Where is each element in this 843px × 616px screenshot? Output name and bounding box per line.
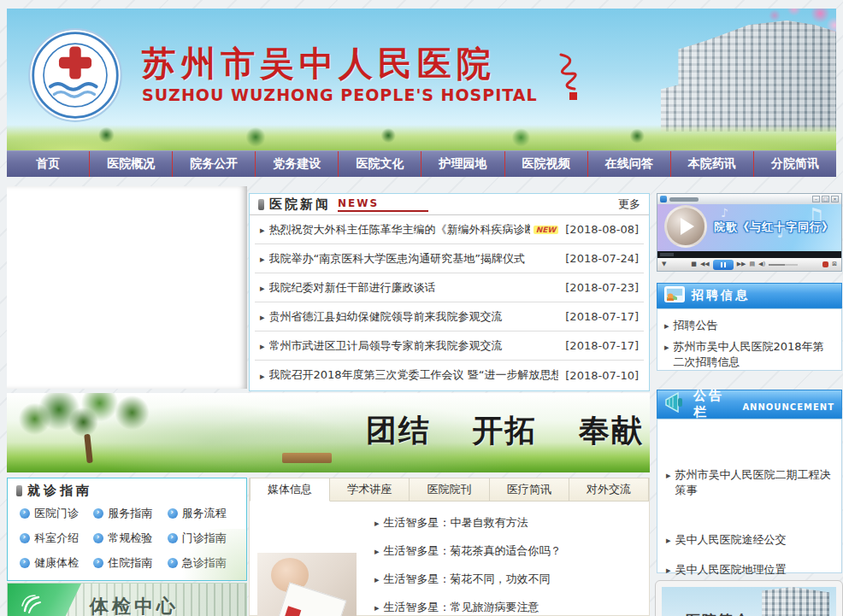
news-item[interactable]: 贵州省德江县妇幼保健院领导前来我院参观交流 [2018-07-17] bbox=[255, 302, 644, 331]
section-bullet-icon bbox=[16, 485, 22, 496]
tab-bar: 媒体信息 学术讲座 医院院刊 医疗简讯 对外交流 bbox=[250, 478, 649, 502]
article-link[interactable]: 生活智多星：菊花茶真的适合你吗？ bbox=[374, 537, 640, 565]
nav-item-culture[interactable]: 医院文化 bbox=[339, 151, 422, 177]
player-seekbar[interactable] bbox=[657, 251, 841, 258]
guide-link-service-flow[interactable]: 服务流程 bbox=[168, 506, 241, 521]
volume-icon[interactable]: ◀) bbox=[758, 261, 765, 267]
tab-academic-lectures[interactable]: 学术讲座 bbox=[330, 478, 410, 502]
record-icon[interactable] bbox=[822, 261, 828, 267]
nav-item-nursing[interactable]: 护理园地 bbox=[422, 151, 504, 177]
tab-content: 生活智多星：中暑自救有方法 生活智多星：菊花茶真的适合你吗？ 生活智多星：菊花不… bbox=[250, 502, 649, 616]
circle-arrow-icon bbox=[20, 508, 30, 519]
announcement-link[interactable]: 苏州市吴中人民医院二期工程决策事 bbox=[666, 467, 834, 498]
guide-link-health-checkup[interactable]: 健康体检 bbox=[20, 555, 93, 571]
news-item[interactable]: 常州市武进区卫计局领导专家前来我院参观交流 [2018-07-17] bbox=[255, 331, 644, 361]
slogan-text: 团结 开拓 奉献 bbox=[366, 410, 644, 452]
player-logo-icon bbox=[660, 196, 667, 202]
recruit-link[interactable]: 苏州市吴中人民医院2018年第二次招聘信息 bbox=[664, 339, 834, 370]
article-link[interactable]: 生活智多星：菊花不同，功效不同 bbox=[374, 565, 640, 593]
guide-link-inpatient-guide[interactable]: 住院指南 bbox=[93, 555, 167, 571]
player-minimize-button[interactable]: – bbox=[812, 196, 820, 202]
player-controls: ▼ ■ ◀◀ ▶▶ ▤ ◀) ⊠ bbox=[657, 258, 841, 271]
nav-item-pharmacy[interactable]: 本院药讯 bbox=[671, 151, 754, 177]
nav-item-party-building[interactable]: 党务建设 bbox=[256, 151, 339, 177]
nav-item-overview[interactable]: 医院概况 bbox=[90, 151, 173, 177]
arrow-icon bbox=[374, 601, 384, 613]
nav-item-branch[interactable]: 分院简讯 bbox=[754, 151, 836, 177]
tab-hospital-journal[interactable]: 医院院刊 bbox=[410, 478, 489, 502]
tab-external-exchange[interactable]: 对外交流 bbox=[569, 478, 649, 502]
news-more-link[interactable]: 更多 bbox=[618, 197, 640, 212]
news-date: [2018-08-08] bbox=[558, 223, 639, 236]
player-maximize-button[interactable]: □ bbox=[822, 196, 829, 202]
announcement-box: 苏州市吴中人民医院二期工程决策事 吴中人民医院途经公交 吴中人民医院地理位置 bbox=[657, 419, 842, 573]
next-icon[interactable]: ▶▶ bbox=[737, 261, 746, 267]
news-section-subtitle: NEWS bbox=[338, 197, 428, 212]
announcement-link[interactable]: 吴中人民医院途经公交 bbox=[666, 532, 834, 549]
circle-arrow-icon bbox=[93, 558, 103, 568]
tree-decoration bbox=[10, 393, 173, 444]
guide-link-outpatient-guide[interactable]: 门诊指南 bbox=[168, 531, 241, 546]
arrow-icon bbox=[260, 310, 269, 323]
article-link[interactable]: 生活智多星：常见旅游病要注意 bbox=[374, 593, 640, 616]
fullscreen-icon[interactable]: ⊠ bbox=[832, 261, 837, 267]
site-header: 苏州市吴中人民医院 SUZHOU WUZHONG PEOPLE'S HOSPIT… bbox=[7, 9, 836, 150]
announcement-link[interactable]: 吴中人民医院地理位置 bbox=[666, 562, 834, 578]
checkup-title: 体检中心 bbox=[90, 594, 179, 616]
news-item[interactable]: 我院召开2018年度第三次党委工作会议 暨“进一步解放思想 [2018-07-1… bbox=[255, 361, 644, 390]
arrow-icon bbox=[666, 467, 675, 498]
arrow-icon bbox=[666, 532, 675, 549]
song-title: 院歌《与红十字同行》 bbox=[714, 220, 834, 235]
guide-link-service-guide[interactable]: 服务指南 bbox=[93, 506, 167, 521]
pause-button[interactable] bbox=[713, 260, 734, 270]
guide-link-routine-tests[interactable]: 常规检验 bbox=[93, 531, 167, 546]
options-icon[interactable]: ▼ bbox=[662, 261, 666, 267]
nav-item-open-affairs[interactable]: 院务公开 bbox=[173, 151, 256, 177]
bench-decoration bbox=[282, 453, 332, 463]
recruit-icon bbox=[664, 286, 685, 305]
news-item[interactable]: 我院举办“南京医科大学医患沟通研究基地”揭牌仪式 [2018-07-24] bbox=[255, 244, 644, 273]
news-date: [2018-07-24] bbox=[558, 252, 639, 265]
arrow-icon bbox=[374, 572, 384, 585]
arrow-icon bbox=[666, 562, 675, 578]
recruit-link[interactable]: 招聘公告 bbox=[664, 318, 834, 334]
slogan-banner: 团结 开拓 奉献 bbox=[7, 393, 650, 472]
news-item[interactable]: 我院纪委对新任干部进行廉政谈话 [2018-07-23] bbox=[255, 273, 644, 302]
arrow-icon bbox=[260, 223, 269, 236]
announcement-section-header: 公告栏 ANNOUNCEMENT bbox=[657, 390, 842, 419]
arrow-icon bbox=[260, 252, 269, 265]
volume-slider[interactable] bbox=[769, 264, 798, 266]
site-title-en: SUZHOU WUZHONG PEOPLE'S HOSPITAL bbox=[142, 85, 552, 104]
seekbar-label bbox=[660, 253, 674, 256]
tab-medical-briefs[interactable]: 医疗简讯 bbox=[490, 478, 569, 502]
arrow-icon bbox=[374, 516, 384, 529]
player-name-text bbox=[669, 197, 699, 202]
nav-item-home[interactable]: 首页 bbox=[7, 151, 90, 177]
guide-link-emergency-guide[interactable]: 急诊指南 bbox=[168, 555, 241, 571]
checkup-center-banner[interactable]: 体检中心 bbox=[7, 583, 247, 616]
main-nav: 首页 医院概况 院务公开 党务建设 医院文化 护理园地 医院视频 在线问答 本院… bbox=[7, 150, 836, 177]
stop-icon[interactable]: ■ bbox=[691, 261, 697, 267]
arrow-icon bbox=[260, 281, 269, 294]
article-link[interactable]: 生活智多星：中暑自救有方法 bbox=[374, 508, 640, 537]
image-carousel[interactable] bbox=[7, 186, 247, 389]
guide-link-departments[interactable]: 科室介绍 bbox=[20, 531, 93, 546]
guide-link-outpatient[interactable]: 医院门诊 bbox=[20, 506, 93, 521]
playlist-icon[interactable]: ▤ bbox=[749, 261, 755, 267]
hospital-news-panel: 医院新闻 NEWS 更多 热烈祝贺大外科主任陈革华主编的《新编外科疾病诊断与治 … bbox=[249, 193, 650, 391]
article-photo bbox=[257, 553, 357, 616]
news-item[interactable]: 热烈祝贺大外科主任陈革华主编的《新编外科疾病诊断与治 NEW [2018-08-… bbox=[255, 215, 644, 244]
hospital-intro-panel[interactable]: 医院简介 bbox=[655, 580, 843, 616]
nav-item-qa[interactable]: 在线问答 bbox=[588, 151, 671, 177]
player-titlebar: – □ × bbox=[657, 194, 841, 204]
nav-item-video[interactable]: 医院视频 bbox=[505, 151, 588, 177]
player-screen[interactable]: ♫ ♪ ♪ 院歌《与红十字同行》 bbox=[657, 204, 841, 251]
recruit-box: 招聘公告 苏州市吴中人民医院2018年第二次招聘信息 bbox=[657, 308, 842, 371]
tab-media-info[interactable]: 媒体信息 bbox=[250, 478, 330, 502]
player-close-button[interactable]: × bbox=[831, 196, 839, 202]
play-button[interactable] bbox=[664, 205, 707, 248]
news-date: [2018-07-17] bbox=[558, 339, 639, 352]
hospital-logo bbox=[27, 27, 123, 123]
new-badge: NEW bbox=[534, 226, 559, 234]
previous-icon[interactable]: ◀◀ bbox=[700, 261, 710, 267]
